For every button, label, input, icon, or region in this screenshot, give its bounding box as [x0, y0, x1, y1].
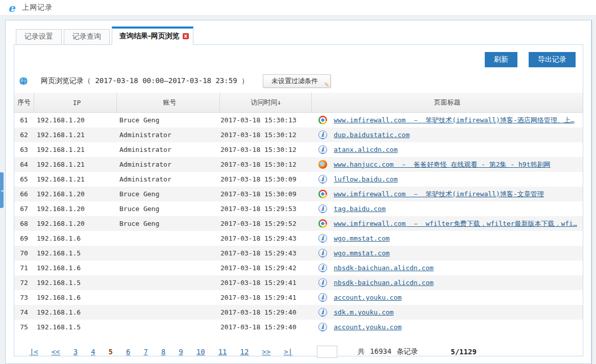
page-title-link[interactable]: atanx.alicdn.com: [334, 146, 398, 153]
tab-query-result-web[interactable]: 查询结果-网页浏览 x: [112, 27, 193, 45]
cell-account: Bruce Geng: [116, 220, 219, 227]
cell-time: 2017-03-18 15:30:12: [219, 161, 311, 168]
cell-serial: 61: [14, 116, 34, 124]
query-summary-row: 网页浏览记录（ 2017-03-18 00:00—2017-03-18 23:5…: [14, 67, 583, 93]
cell-serial: 68: [14, 220, 34, 227]
cell-serial: 71: [14, 264, 34, 272]
page-title-link[interactable]: nbsdk-baichuan.alicdn.com: [334, 264, 434, 272]
page-jump-input[interactable]: [317, 346, 337, 358]
total-records-text: 共16934条记录: [358, 347, 418, 356]
cell-serial: 65: [14, 175, 34, 183]
col-header-title: 页面标题: [311, 93, 583, 112]
tab-label: 记录查询: [72, 32, 101, 40]
table-body: 61 192.168.1.20 Bruce Geng 2017-03-18 15…: [14, 113, 583, 334]
cell-serial: 66: [14, 190, 34, 198]
refresh-button[interactable]: 刷新: [485, 52, 517, 67]
page-indicator: 5/1129: [451, 348, 477, 356]
table-header: 序号 IP 账号 访问时间↓ 页面标题: [14, 93, 583, 113]
table-row: 64 192.168.1.21 Administrator 2017-03-18…: [14, 157, 583, 172]
tab-label: 查询结果-网页浏览: [119, 32, 180, 41]
cell-time: 2017-03-18 15:29:40: [219, 323, 311, 331]
page-title-link[interactable]: www.imfirewall.com － wfilter免费下载，wfilter…: [334, 220, 577, 227]
cell-account: Bruce Geng: [116, 116, 219, 124]
cell-page-title: www.imfirewall.com － wfilter免费下载，wfilter…: [334, 219, 583, 228]
page-title-link[interactable]: dup.baidustatic.com: [334, 131, 410, 139]
tab-bar: 记录设置 记录查询 查询结果-网页浏览 x: [6, 20, 591, 44]
cell-time: 2017-03-18 15:29:41: [219, 294, 311, 301]
sidebar-collapse-handle[interactable]: ◄: [0, 172, 4, 208]
page-link-10[interactable]: 10: [196, 348, 205, 356]
cell-ip: 192.168.1.20: [34, 220, 116, 227]
info-icon: i: [318, 278, 327, 287]
info-icon: i: [318, 323, 327, 331]
cell-page-title: nbsdk-baichuan.alicdn.com: [334, 279, 583, 287]
info-icon: i: [318, 145, 327, 154]
page-title-link[interactable]: wgo.mmstat.com: [334, 249, 390, 257]
table-row: 67 192.168.1.20 Bruce Geng 2017-03-18 15…: [14, 201, 583, 216]
page-title-link[interactable]: luflow.baidu.com: [334, 175, 398, 183]
page-link-9[interactable]: 9: [179, 348, 183, 356]
info-icon: i: [318, 249, 327, 257]
cell-account: Administrator: [116, 146, 219, 153]
page-link-3[interactable]: 3: [73, 348, 78, 356]
cell-page-title: account.youku.com: [334, 323, 583, 331]
cell-time: 2017-03-18 15:29:41: [219, 279, 311, 287]
page-title-link[interactable]: sdk.m.youku.com: [334, 308, 393, 316]
export-records-button[interactable]: 导出记录: [529, 52, 576, 67]
page-link-4[interactable]: 4: [91, 348, 95, 356]
cell-ip: 192.168.1.5: [34, 279, 116, 287]
cell-time: 2017-03-18 15:30:12: [219, 131, 311, 139]
info-icon: i: [318, 264, 327, 272]
total-count: 16934: [370, 347, 391, 355]
close-tab-icon[interactable]: x: [183, 33, 189, 39]
cell-ip: 192.168.1.21: [34, 146, 116, 153]
table-row: 68 192.168.1.20 Bruce Geng 2017-03-18 15…: [14, 216, 583, 231]
cell-page-title: sdk.m.youku.com: [334, 308, 583, 316]
records-table: 序号 IP 账号 访问时间↓ 页面标题 61 192.168.1.20 Bruc…: [14, 93, 583, 334]
next-page-link[interactable]: >>: [262, 348, 270, 356]
page-link-12[interactable]: 12: [240, 348, 249, 356]
cell-time: 2017-03-18 15:30:09: [219, 175, 311, 183]
page-title-link[interactable]: wgo.mmstat.com: [334, 235, 390, 242]
cell-time: 2017-03-18 15:29:52: [219, 220, 311, 227]
cell-account: Administrator: [116, 175, 219, 183]
last-page-link[interactable]: >|: [284, 348, 292, 356]
page-link-6[interactable]: 6: [126, 348, 130, 356]
page-title-link[interactable]: tag.baidu.com: [334, 205, 386, 213]
col-header-time[interactable]: 访问时间↓: [219, 93, 311, 112]
first-page-link[interactable]: |<: [30, 348, 38, 356]
filter-button[interactable]: 未设置过滤条件 ✎: [263, 74, 331, 88]
prev-page-link[interactable]: <<: [52, 348, 60, 356]
cell-page-title: account.youku.com: [334, 294, 583, 301]
page-link-7[interactable]: 7: [143, 348, 147, 356]
cell-time: 2017-03-18 15:30:13: [219, 116, 311, 124]
page-title-link[interactable]: nbsdk-baichuan.alicdn.com: [334, 279, 434, 287]
globe-icon: [18, 76, 29, 86]
cell-ip: 192.168.1.20: [34, 116, 116, 124]
page-link-5[interactable]: 5: [109, 348, 113, 356]
tab-content: 刷新 导出记录 网页浏览记录（ 2017-03-18 00:00—2017-03…: [14, 44, 583, 356]
cell-time: 2017-03-18 15:29:40: [219, 308, 311, 316]
page-link-8[interactable]: 8: [161, 348, 165, 356]
cell-serial: 72: [14, 279, 34, 287]
cell-account: Administrator: [116, 131, 219, 139]
page-title-link[interactable]: www.imfirewall.com － 笨驴技术(imfirewall)博客-…: [334, 190, 544, 198]
table-row: 70 192.168.1.5 2017-03-18 15:29:43 i wgo…: [14, 246, 583, 261]
table-row: 72 192.168.1.5 2017-03-18 15:29:41 i nbs…: [14, 275, 583, 290]
cell-serial: 74: [14, 308, 34, 316]
cell-ip: 192.168.1.21: [34, 131, 116, 139]
page-link-11[interactable]: 11: [218, 348, 227, 356]
cell-time: 2017-03-18 15:30:12: [219, 146, 311, 153]
tab-record-settings[interactable]: 记录设置: [16, 29, 62, 45]
page-title-link[interactable]: account.youku.com: [334, 294, 402, 301]
col-header-serial: 序号: [14, 93, 34, 112]
cell-page-title: atanx.alicdn.com: [334, 146, 583, 153]
page-title-link[interactable]: account.youku.com: [334, 323, 402, 331]
cell-ip: 192.168.1.21: [34, 175, 116, 183]
toolbar: 刷新 导出记录: [14, 45, 583, 67]
tab-record-query[interactable]: 记录查询: [64, 29, 110, 45]
page-title-link[interactable]: www.imfirewall.com － 笨驴技术(imfirewall)博客-…: [334, 116, 574, 124]
cell-time: 2017-03-18 15:29:43: [219, 235, 311, 242]
cell-page-title: nbsdk-baichuan.alicdn.com: [334, 264, 583, 272]
page-title-link[interactable]: www.hanjucc.com － 爸爸好奇怪 在线观看 - 第2集 - h9t…: [334, 161, 551, 168]
